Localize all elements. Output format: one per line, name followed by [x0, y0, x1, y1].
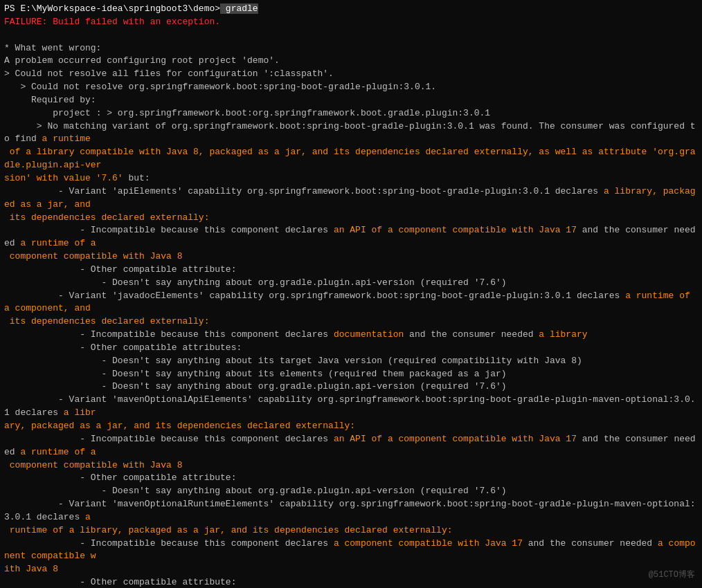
variant-javadoc: - Variant 'javadocElements' capability o…: [4, 290, 698, 316]
blank1: [4, 29, 698, 42]
other-attr2: - Other compatible attributes:: [4, 342, 698, 355]
incompat-api: - Incompatible because this component de…: [4, 224, 698, 250]
other-attr3: - Other compatible attribute:: [4, 472, 698, 485]
variant-maven-api2: ary, packaged as a jar, and its dependen…: [4, 420, 698, 433]
terminal-window: PS E:\MyWorkspace-idea\springboot3\demo>…: [4, 3, 698, 588]
doesnt-say3: - Doesn't say anything about its element…: [4, 368, 698, 381]
variant-maven-api: - Variant 'mavenOptionalApiElements' cap…: [4, 394, 698, 420]
variant-maven-rt2: runtime of a library, packaged as a jar,…: [4, 524, 698, 538]
could-not-resolve: > Could not resolve all files for config…: [4, 68, 698, 81]
no-matching2: of a library compatible with Java 8, pac…: [4, 146, 698, 172]
could-not-resolve2: > Could not resolve org.springframework.…: [4, 81, 698, 94]
failure-line: FAILURE: Build failed with an exception.: [4, 16, 698, 29]
doesnt-say4: - Doesn't say anything about org.gradle.…: [4, 380, 698, 394]
command-text: gradle: [220, 3, 258, 14]
what-went-wrong: * What went wrong:: [4, 42, 698, 55]
incompat-maven-api: - Incompatible because this component de…: [4, 433, 698, 459]
no-matching: > No matching variant of org.springframe…: [4, 120, 698, 147]
prompt-line: PS E:\MyWorkspace-idea\springboot3\demo>…: [4, 3, 698, 16]
required-by: Required by:: [4, 94, 698, 107]
doesnt-say1: - Doesn't say anything about org.gradle.…: [4, 277, 698, 290]
other-attr4: - Other compatible attribute:: [4, 576, 698, 588]
variant-api2: its dependencies declared externally:: [4, 212, 698, 225]
incompat-maven-api2: component compatible with Java 8: [4, 459, 698, 472]
problem-line: A problem occurred configuring root proj…: [4, 55, 698, 68]
incompat-maven-rt2: ith Java 8: [4, 563, 698, 576]
incompat-maven-rt: - Incompatible because this component de…: [4, 538, 698, 564]
variant-maven-rt: - Variant 'mavenOptionalRuntimeElements'…: [4, 498, 698, 524]
project-line: project : > org.springframework.boot:org…: [4, 107, 698, 120]
prompt-text: PS E:\MyWorkspace-idea\springboot3\demo>: [4, 3, 220, 14]
no-matching3: sion' with value '7.6' but:: [4, 172, 698, 185]
watermark: @51CTO博客: [649, 569, 695, 581]
incompat-api2: component compatible with Java 8: [4, 250, 698, 264]
doesnt-say2: - Doesn't say anything about its target …: [4, 355, 698, 368]
variant-javadoc2: its dependencies declared externally:: [4, 315, 698, 329]
variant-api: - Variant 'apiElements' capability org.s…: [4, 185, 698, 212]
doesnt-say5: - Doesn't say anything about org.gradle.…: [4, 485, 698, 498]
other-attr1: - Other compatible attribute:: [4, 264, 698, 277]
incompat-javadoc: - Incompatible because this component de…: [4, 329, 698, 342]
